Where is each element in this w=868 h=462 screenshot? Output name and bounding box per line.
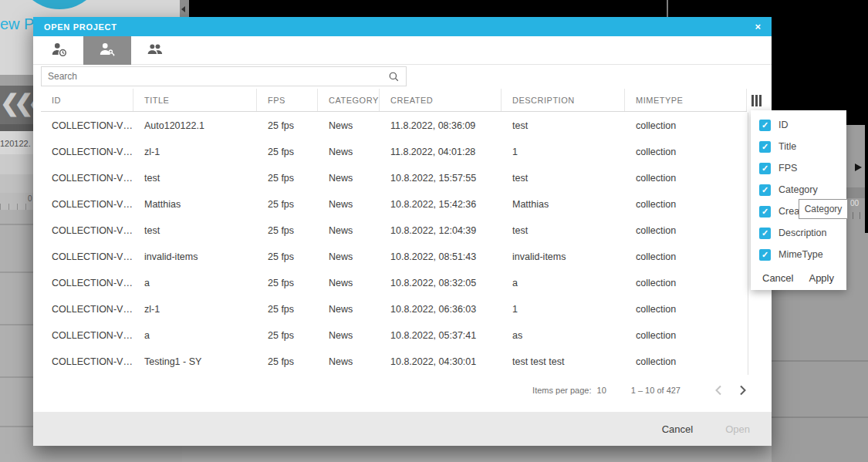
cell-mimetype: collection bbox=[625, 244, 747, 270]
cell-id: COLLECTION-V… bbox=[41, 218, 133, 244]
table-row[interactable]: COLLECTION-V…test25 fpsNews10.8.2022, 15… bbox=[41, 165, 747, 191]
column-option-title[interactable]: Title bbox=[751, 136, 846, 157]
column-header-mimetype[interactable]: MIMETYPE bbox=[625, 89, 747, 111]
column-header-category[interactable]: CATEGORY bbox=[318, 89, 380, 111]
cell-created: 11.8.2022, 08:36:09 bbox=[380, 113, 502, 139]
project-tabs bbox=[33, 36, 772, 65]
bar bbox=[751, 95, 754, 106]
column-chooser-icon[interactable] bbox=[751, 95, 765, 107]
previous-page-icon[interactable] bbox=[714, 385, 722, 396]
cell-title: zl-1 bbox=[133, 139, 257, 165]
cell-title: Testing1 - SY bbox=[133, 349, 257, 375]
dialog-header: OPEN PROJECT × bbox=[33, 17, 772, 36]
column-header-fps[interactable]: FPS bbox=[257, 89, 318, 111]
column-header-description[interactable]: DESCRIPTION bbox=[502, 89, 625, 111]
cell-fps: 25 fps bbox=[257, 349, 318, 375]
clip-name-label: 120122. bbox=[0, 139, 31, 148]
column-menu-actions: Cancel Apply bbox=[751, 265, 846, 284]
checkbox-checked-icon[interactable] bbox=[759, 141, 771, 153]
cell-fps: 25 fps bbox=[257, 218, 318, 244]
column-header-id[interactable]: ID bbox=[41, 89, 133, 111]
cell-category: News bbox=[318, 139, 380, 165]
table-scrollbar[interactable] bbox=[748, 113, 748, 375]
table-body: COLLECTION-V…Auto120122.125 fpsNews11.8.… bbox=[41, 113, 747, 375]
category-tooltip: Category bbox=[799, 199, 848, 219]
column-header-created[interactable]: CREATED bbox=[380, 89, 502, 111]
open-project-dialog: OPEN PROJECT × bbox=[33, 17, 772, 446]
table-row[interactable]: COLLECTION-V…zl-125 fpsNews11.8.2022, 04… bbox=[41, 139, 747, 165]
cell-description: test test test bbox=[502, 349, 625, 375]
column-option-label: Description bbox=[778, 228, 827, 238]
cell-created: 11.8.2022, 04:01:28 bbox=[380, 139, 502, 165]
column-option-category[interactable]: Category bbox=[751, 179, 846, 201]
search-box bbox=[41, 66, 407, 86]
checkbox-checked-icon[interactable] bbox=[759, 120, 771, 131]
tab-group-projects[interactable] bbox=[131, 36, 179, 65]
column-option-description[interactable]: Description bbox=[751, 222, 846, 244]
checkbox-checked-icon[interactable] bbox=[759, 163, 771, 174]
cell-fps: 25 fps bbox=[257, 139, 318, 165]
cell-mimetype: collection bbox=[625, 218, 747, 244]
paginator-range: 1 – 10 of 427 bbox=[631, 386, 681, 395]
table-row[interactable]: COLLECTION-V…Auto120122.125 fpsNews11.8.… bbox=[41, 113, 747, 139]
table-row[interactable]: COLLECTION-V…invalid-items25 fpsNews10.8… bbox=[41, 244, 747, 270]
table-row[interactable]: COLLECTION-V…a25 fpsNews10.8.2022, 05:37… bbox=[41, 322, 747, 349]
close-icon[interactable]: × bbox=[755, 22, 761, 32]
table-row[interactable]: COLLECTION-V…a25 fpsNews10.8.2022, 08:32… bbox=[41, 270, 747, 296]
column-option-label: Title bbox=[778, 141, 796, 152]
cell-title: a bbox=[133, 322, 257, 349]
column-menu-apply-button[interactable]: Apply bbox=[809, 272, 834, 284]
items-per-page-value[interactable]: 10 bbox=[597, 386, 606, 395]
cell-title: zl-1 bbox=[133, 296, 257, 322]
column-option-fps[interactable]: FPS bbox=[751, 157, 846, 179]
cell-title: Matthias bbox=[133, 191, 257, 218]
cell-id: COLLECTION-V… bbox=[41, 270, 133, 296]
collapse-arrow-icon bbox=[181, 6, 185, 12]
track-divider bbox=[772, 360, 868, 362]
checkbox-checked-icon[interactable] bbox=[759, 249, 771, 261]
column-header-title[interactable]: TITLE bbox=[133, 89, 257, 111]
cell-description: as bbox=[502, 322, 625, 349]
cell-created: 10.8.2022, 15:57:55 bbox=[380, 165, 502, 191]
table-row[interactable]: COLLECTION-V…Matthias25 fpsNews10.8.2022… bbox=[41, 191, 747, 218]
column-option-label: FPS bbox=[778, 163, 797, 174]
cell-category: News bbox=[318, 113, 380, 139]
person-clock-icon bbox=[51, 41, 68, 61]
cell-title: test bbox=[133, 165, 257, 191]
checkbox-checked-icon[interactable] bbox=[759, 228, 771, 239]
items-per-page-label: Items per page: bbox=[532, 386, 591, 395]
top-bar-divider bbox=[667, 0, 668, 17]
checkbox-checked-icon[interactable] bbox=[759, 184, 771, 196]
paginator: Items per page: 10 1 – 10 of 427 bbox=[33, 375, 772, 406]
table-row[interactable]: COLLECTION-V…test25 fpsNews10.8.2022, 12… bbox=[41, 218, 747, 244]
dialog-title: OPEN PROJECT bbox=[44, 22, 117, 32]
open-button-disabled[interactable]: Open bbox=[725, 423, 750, 435]
table-row[interactable]: COLLECTION-V…zl-125 fpsNews10.8.2022, 06… bbox=[41, 296, 747, 322]
cell-created: 10.8.2022, 05:37:41 bbox=[380, 322, 502, 349]
ruler-mark: 00 bbox=[850, 199, 859, 207]
cell-category: News bbox=[318, 191, 380, 218]
column-option-mimetype[interactable]: MimeType bbox=[751, 244, 846, 265]
person-key-icon bbox=[99, 41, 116, 61]
cell-description: test bbox=[502, 113, 625, 139]
dialog-footer: Cancel Open bbox=[33, 412, 772, 446]
cell-fps: 25 fps bbox=[257, 296, 318, 322]
cell-mimetype: collection bbox=[625, 139, 747, 165]
checkbox-checked-icon[interactable] bbox=[759, 206, 771, 218]
column-menu-cancel-button[interactable]: Cancel bbox=[762, 272, 793, 284]
cell-id: COLLECTION-V… bbox=[41, 139, 133, 165]
tab-recent-projects[interactable] bbox=[35, 36, 83, 65]
column-option-id[interactable]: ID bbox=[751, 114, 846, 136]
next-page-icon[interactable] bbox=[739, 385, 747, 396]
tab-my-projects[interactable] bbox=[83, 36, 131, 65]
cell-mimetype: collection bbox=[625, 191, 747, 218]
search-input[interactable] bbox=[42, 70, 388, 83]
cell-created: 10.8.2022, 12:04:39 bbox=[380, 218, 502, 244]
cell-fps: 25 fps bbox=[257, 270, 318, 296]
cell-description: 1 bbox=[502, 296, 625, 322]
cell-title: test bbox=[133, 218, 257, 244]
logo-circle bbox=[15, 0, 103, 9]
video-monitor-area bbox=[772, 0, 868, 125]
table-row[interactable]: COLLECTION-V…Testing1 - SY25 fpsNews10.8… bbox=[41, 349, 747, 375]
cancel-button[interactable]: Cancel bbox=[662, 423, 693, 435]
